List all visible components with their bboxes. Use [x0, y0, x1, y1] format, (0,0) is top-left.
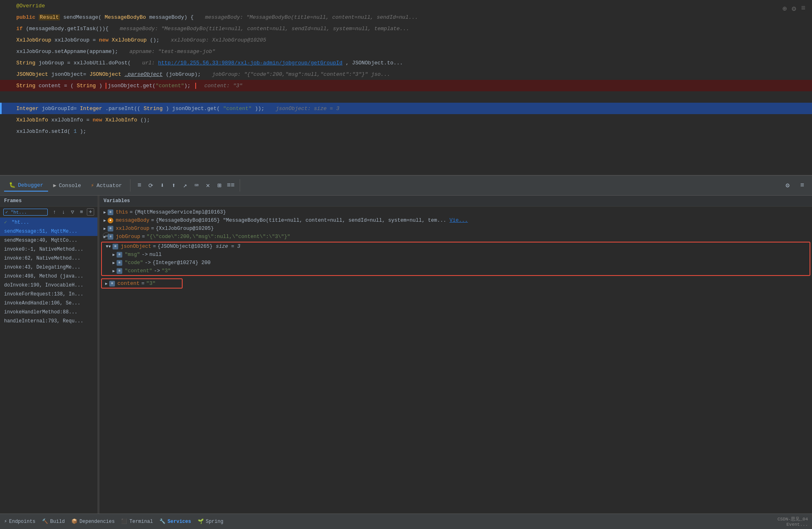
frame-check-icon: ✓: [4, 220, 7, 225]
frames-more-btn[interactable]: ≡: [78, 208, 85, 216]
line-content: xxlJobInfo.setId( 1 );: [16, 128, 812, 134]
var-name-msg: "msg": [125, 252, 140, 258]
scroll-up-icon[interactable]: ∞: [103, 232, 110, 240]
var-group-jsonobject: ▼ ≡ jsonObject = {JSONObject@10265} size…: [101, 242, 810, 276]
line-content: xxlJobGroup.setAppname(appname); appname…: [16, 48, 812, 55]
expand-icon[interactable]: [104, 226, 106, 231]
var-row-content-child[interactable]: ≡ "content" -> "3": [108, 267, 810, 275]
editor-icons: ⊕ ⚙ ≡: [783, 4, 806, 13]
table-view-btn[interactable]: ⊞: [214, 181, 224, 190]
scroll-icons: ∞: [103, 232, 110, 240]
variables-list: ≡ this = {MqttMessageServiceImpl@10163} …: [99, 207, 812, 514]
var-row-jsonobject[interactable]: ▼ ≡ jsonObject = {JSONObject@10265} size…: [102, 242, 810, 251]
line-content: Integer jobGroupId= Integer .parseInt(( …: [16, 106, 812, 112]
var-row-this[interactable]: ≡ this = {MqttMessageServiceImpl@10163}: [99, 208, 812, 216]
build-label: Build: [50, 519, 65, 525]
var-row-jobgroup[interactable]: ≡ jobGroup = "{\"code\":200,\"msg\":null…: [99, 233, 812, 241]
frame-label: invoke:498, Method (java...: [4, 273, 83, 279]
code-line-if: if (messageBody.getIsTask()){ messageBod…: [0, 23, 812, 34]
var-row-msg[interactable]: ≡ "msg" -> null: [108, 251, 810, 259]
var-row-xxljobgroup[interactable]: ≡ xxlJobGroup = {XxlJobGroup@10205}: [99, 225, 812, 233]
var-row-messagebody[interactable]: ● messageBody = {MessageBodyBo@10165} "M…: [99, 216, 812, 225]
frame-item-5[interactable]: invoke:43, DelegatingMe...: [0, 263, 97, 272]
console-tab-label: Console: [59, 183, 81, 189]
frames-down-btn[interactable]: ↓: [60, 208, 67, 216]
tab-actuator[interactable]: ⚡ Actuator: [86, 180, 127, 191]
frame-item-0[interactable]: ✓ "ht...: [0, 218, 97, 227]
settings-icon[interactable]: ⊕: [783, 4, 787, 13]
frame-label: invokeAndHandle:106, Se...: [4, 300, 80, 306]
var-val-xxljobgroup: {XxlJobGroup@10205}: [156, 226, 214, 231]
expand-icon[interactable]: [104, 218, 106, 223]
step-into-btn[interactable]: ⬇: [157, 181, 167, 190]
run-to-cursor-btn[interactable]: ↗: [180, 181, 190, 190]
line-content: String jobGroup = xxlJobUtil.doPost( url…: [16, 60, 812, 66]
frame-label: invokeHandlerMethod:88...: [4, 309, 77, 315]
compact-view-btn[interactable]: ≡≡: [226, 181, 236, 190]
status-right-info: CSDN-思见_04 Event...: [777, 516, 808, 527]
frame-item-2[interactable]: sendMessage:40, MqttCo...: [0, 236, 97, 245]
gear-icon[interactable]: ⚙: [792, 4, 796, 13]
frames-filter-btn[interactable]: ▽: [69, 208, 76, 216]
expand-icon[interactable]: [105, 281, 108, 286]
var-eq: =: [151, 226, 154, 231]
expand-icon[interactable]: [113, 260, 115, 265]
toolbar-right: ⚙ ≡: [782, 181, 808, 190]
frame-item-6[interactable]: invoke:498, Method (java...: [0, 272, 97, 281]
var-size-jsonobject: size = 3: [216, 244, 241, 249]
var-row-content-highlighted[interactable]: ≡ content = "3": [101, 278, 183, 289]
status-endpoints[interactable]: ⚡ Endpoints: [4, 518, 35, 525]
status-terminal[interactable]: ⬛ Terminal: [121, 518, 153, 525]
frames-add-btn[interactable]: +: [87, 208, 94, 216]
evaluate-btn[interactable]: ⌨: [192, 181, 201, 190]
expand-icon[interactable]: [113, 269, 115, 273]
var-val-code: {Integer@10274} 200: [152, 260, 211, 266]
var-eq: ->: [142, 252, 148, 258]
frame-item-10[interactable]: invokeHandlerMethod:88...: [0, 308, 97, 317]
status-build[interactable]: 🔨 Build: [42, 518, 65, 525]
var-row-code[interactable]: ≡ "code" -> {Integer@10274} 200: [108, 259, 810, 267]
frame-item-9[interactable]: invokeAndHandle:106, Se...: [0, 299, 97, 308]
frame-label: invoke:43, DelegatingMe...: [4, 264, 80, 270]
frame-filter-input[interactable]: ✓ "ht...: [3, 209, 48, 216]
expand-icon[interactable]: [104, 210, 106, 215]
status-spring[interactable]: 🌱 Spring: [198, 518, 223, 525]
frame-label: doInvoke:190, InvocableH...: [4, 282, 83, 288]
expand-icon[interactable]: [113, 252, 115, 257]
frames-header: Frames: [0, 196, 97, 207]
frame-item-4[interactable]: invoke:62, NativeMethod...: [0, 254, 97, 263]
var-eq: =: [141, 280, 145, 287]
tab-debugger[interactable]: 🐛 Debugger: [4, 179, 48, 192]
frame-item-11[interactable]: handleInternal:793, Requ...: [0, 317, 97, 326]
frames-list: ✓ "ht... sendMessage:51, MqttMe... sendM…: [0, 218, 97, 514]
status-dependencies[interactable]: 📦 Dependencies: [71, 518, 115, 525]
expand-icon[interactable]: ▼: [106, 244, 111, 249]
frame-label: handleInternal:793, Requ...: [4, 318, 83, 324]
step-over-btn[interactable]: ⟳: [146, 181, 156, 190]
frames-nav-buttons: ↑ ↓ ▽ ≡: [51, 208, 85, 216]
var-val-msg: null: [150, 252, 162, 258]
code-line-content: String content = ( String ) jsonObject.g…: [0, 80, 812, 91]
code-line-integer: Integer jobGroupId= Integer .parseInt(( …: [0, 103, 812, 114]
tab-console[interactable]: ▶ Console: [48, 180, 86, 191]
code-line-jsonobject: JSONObject jsonObject= JSONObject .parse…: [0, 68, 812, 80]
services-icon: 🔧: [159, 518, 165, 525]
variables-header: Variables: [99, 196, 812, 207]
frame-item-3[interactable]: invoke0:-1, NativeMethod...: [0, 245, 97, 254]
step-out-btn[interactable]: ⬆: [169, 181, 179, 190]
field-icon: ≡: [108, 209, 113, 215]
more-btn[interactable]: ≡: [797, 181, 807, 190]
line-content: XxlJobInfo xxlJobInfo = new XxlJobInfo (…: [16, 117, 812, 123]
settings-btn[interactable]: ⚙: [783, 181, 792, 190]
var-link-messagebody[interactable]: Vie...: [450, 218, 468, 223]
frames-up-btn[interactable]: ↑: [51, 208, 58, 216]
terminal-label: Terminal: [129, 519, 153, 525]
frame-item-8[interactable]: invokeForRequest:138, In...: [0, 290, 97, 299]
frame-item-7[interactable]: doInvoke:190, InvocableH...: [0, 281, 97, 290]
status-services[interactable]: 🔧 Services: [159, 518, 191, 525]
resume-btn[interactable]: ≡: [135, 181, 144, 190]
breakpoint-marker: [0, 103, 2, 114]
menu-icon[interactable]: ≡: [801, 4, 805, 13]
stop-btn[interactable]: ✕: [203, 181, 213, 190]
frame-item-1[interactable]: sendMessage:51, MqttMe...: [0, 227, 97, 236]
